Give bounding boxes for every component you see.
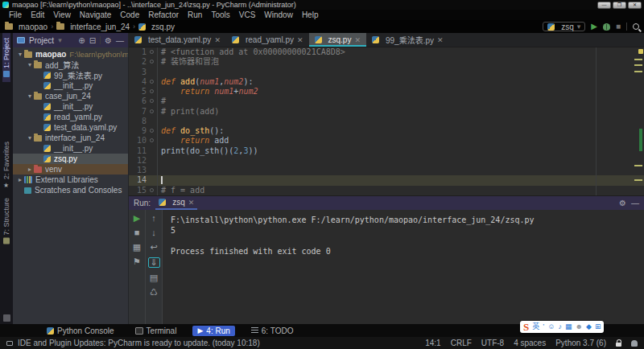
line-separator-widget[interactable]: CRLF: [451, 339, 472, 347]
tab-close-icon[interactable]: ✕: [214, 36, 221, 44]
code-line-11[interactable]: 11print(do_sth()(2,3)): [129, 146, 644, 156]
breadcrumb-item-interface-jun-24[interactable]: interface_jun_24: [56, 23, 130, 31]
maximize-button[interactable]: ❐: [613, 2, 626, 9]
lock-icon[interactable]: [616, 343, 621, 347]
indent-widget[interactable]: 4 spaces: [514, 339, 546, 347]
event-log-icon[interactable]: [6, 341, 13, 346]
caret-position-widget[interactable]: 14:1: [425, 339, 440, 347]
hector-inspections-icon[interactable]: [631, 340, 638, 347]
hide-panel-icon[interactable]: —: [116, 36, 124, 45]
breadcrumb-item-zsq-py[interactable]: zsq.py: [138, 23, 175, 31]
menu-item-help[interactable]: Help: [298, 10, 323, 19]
down-stack-trace-button[interactable]: ↓: [148, 228, 160, 237]
code-text[interactable]: # f = add: [158, 186, 644, 195]
code-text[interactable]: [158, 156, 644, 166]
gear-icon[interactable]: ⚙: [619, 199, 626, 207]
code-text[interactable]: def do_sth():: [158, 126, 644, 136]
tree-item-zsq-py[interactable]: zsq.py: [13, 154, 128, 164]
menu-item-window[interactable]: Window: [260, 10, 297, 19]
toolbox-icon[interactable]: ⊞: [595, 323, 601, 331]
stop-button[interactable]: ■: [131, 228, 143, 237]
code-text[interactable]: [158, 175, 644, 185]
warning-stripe-mark[interactable]: [634, 179, 642, 181]
tree-item-read-yaml-py[interactable]: read_yaml.py: [13, 112, 128, 122]
tree-arrow-icon[interactable]: ▾: [26, 92, 34, 100]
menu-item-file[interactable]: File: [5, 10, 26, 19]
editor-tab-read-yaml-py[interactable]: read_yaml.py✕: [226, 33, 309, 47]
error-stripe-status[interactable]: [638, 49, 643, 54]
debug-button[interactable]: [603, 23, 610, 31]
code-line-15[interactable]: 15# f = add: [129, 186, 644, 195]
run-console-output[interactable]: F:\install\python\python.exe F:/learn/py…: [163, 210, 644, 324]
menu-item-navigate[interactable]: Navigate: [76, 10, 115, 19]
code-text[interactable]: return add: [158, 136, 644, 146]
code-text[interactable]: [158, 68, 644, 77]
punctuation-icon[interactable]: ’: [543, 323, 544, 331]
pin-tab-button[interactable]: ⚑: [131, 257, 143, 266]
code-text[interactable]: # 装饰器和冒泡: [158, 57, 644, 67]
fold-marker-icon[interactable]: [148, 126, 158, 136]
code-line-10[interactable]: 10 return add: [129, 136, 644, 146]
code-line-6[interactable]: 6#: [129, 96, 644, 106]
code-line-7[interactable]: 7# print(add): [129, 107, 644, 117]
run-config-selector[interactable]: zsq ▾: [543, 22, 585, 31]
restore-layout-button[interactable]: ▦: [131, 243, 143, 252]
stop-button[interactable]: ■: [616, 23, 621, 31]
tab-close-icon[interactable]: ✕: [188, 199, 195, 207]
sogou-logo[interactable]: S: [523, 321, 529, 334]
status-message[interactable]: IDE and Plugin Updates: PyCharm is ready…: [18, 339, 420, 347]
tree-item-99-py[interactable]: 99_乘法表.py: [13, 70, 128, 80]
toolwindow-button-structure[interactable]: 7: Structure: [2, 193, 10, 249]
code-text[interactable]: return num1+num2: [158, 87, 644, 96]
fold-marker-icon[interactable]: [148, 96, 158, 106]
toolwindow-button-project[interactable]: 1: Project: [2, 33, 10, 82]
code-text[interactable]: [158, 117, 644, 126]
fold-marker-icon[interactable]: [148, 107, 158, 117]
toolwindow-button-python-console[interactable]: Python Console: [42, 326, 119, 336]
menu-item-tools[interactable]: Tools: [207, 10, 233, 19]
interpreter-widget[interactable]: Python 3.7 (6): [555, 339, 606, 347]
hide-panel-icon[interactable]: —: [631, 199, 639, 207]
project-view-label[interactable]: Project: [29, 36, 54, 45]
menu-item-view[interactable]: View: [49, 10, 75, 19]
menu-item-run[interactable]: Run: [184, 10, 206, 19]
code-line-3[interactable]: 3: [129, 68, 644, 77]
toolwindow-button-terminal[interactable]: Terminal: [130, 326, 182, 336]
code-text[interactable]: print(do_sth()(2,3)): [158, 146, 644, 156]
tree-item-test-data-yaml-py[interactable]: test_data.yaml.py: [13, 122, 128, 133]
tab-close-icon[interactable]: ✕: [354, 36, 361, 44]
mic-icon[interactable]: ♪: [558, 323, 562, 331]
code-line-14[interactable]: 14: [129, 175, 644, 185]
warning-stripe-mark[interactable]: [634, 64, 642, 66]
toolwindow-switcher-icon[interactable]: [3, 314, 10, 322]
warning-stripe-mark[interactable]: [634, 165, 642, 166]
tab-close-icon[interactable]: ✕: [297, 36, 303, 44]
editor-tab-99-py[interactable]: 99_乘法表.py✕: [366, 33, 449, 47]
fold-marker-icon[interactable]: [148, 186, 158, 195]
fold-marker-icon[interactable]: [148, 136, 158, 146]
editor-tab-zsq-py[interactable]: zsq.py✕: [309, 33, 366, 47]
close-button[interactable]: ✕: [628, 2, 642, 9]
code-text[interactable]: def add(num1,num2):: [158, 77, 644, 87]
code-line-12[interactable]: 12: [129, 156, 644, 166]
code-line-13[interactable]: 13: [129, 166, 644, 175]
code-editor[interactable]: 1# <function add at 0x00000000021CA8D8>2…: [129, 47, 644, 195]
warning-stripe-mark[interactable]: [634, 59, 642, 60]
fold-marker-icon[interactable]: [148, 77, 158, 87]
code-line-5[interactable]: 5 return num1+num2: [129, 87, 644, 96]
tree-arrow-icon[interactable]: ▾: [26, 134, 34, 142]
code-text[interactable]: # <function add at 0x00000000021CA8D8>: [158, 47, 644, 57]
toolwindow-button-favorites[interactable]: ★ 2: Favorites: [2, 137, 10, 193]
tree-arrow-icon[interactable]: ▸: [16, 176, 24, 183]
menu-item-code[interactable]: Code: [116, 10, 143, 19]
tab-close-icon[interactable]: ✕: [437, 36, 444, 44]
code-line-4[interactable]: 4def add(num1,num2):: [129, 77, 644, 87]
print-button[interactable]: ▤: [148, 273, 160, 282]
tree-item-init-py[interactable]: __init__.py: [13, 80, 128, 91]
chevron-down-icon[interactable]: ▾: [58, 36, 62, 44]
minimize-button[interactable]: —: [597, 2, 611, 9]
keyboard-icon[interactable]: ▦: [565, 323, 572, 331]
emoji-icon[interactable]: ☺: [547, 323, 555, 331]
fold-marker-icon[interactable]: [148, 57, 158, 67]
search-everywhere-icon[interactable]: [633, 23, 639, 30]
